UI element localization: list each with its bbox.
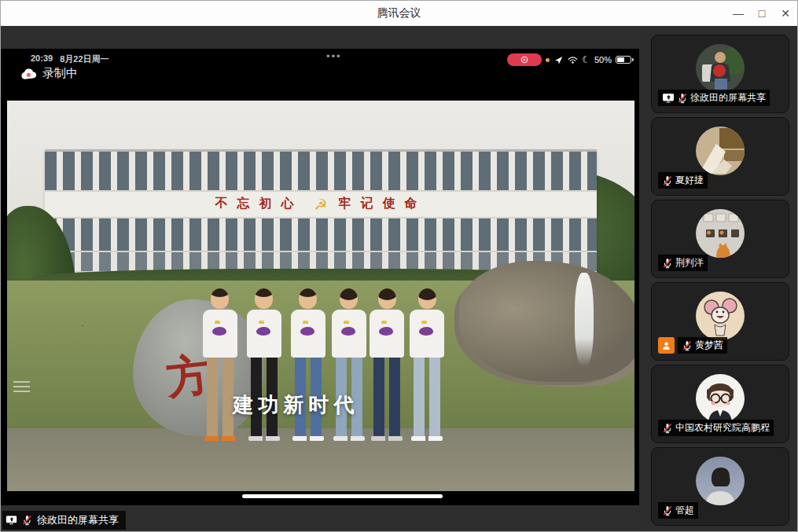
meeting-window: 腾讯会议 — □ ✕ 20:39 8月22日周一 录制中 ••• (0, 0, 798, 532)
window-title: 腾讯会议 (1, 6, 797, 20)
phone-status-left: 20:39 8月22日周一 (31, 53, 109, 65)
list-watermark-icon (13, 378, 30, 392)
participant-tile[interactable]: 徐政田的屏幕共享 (651, 35, 789, 113)
avatar (696, 127, 745, 175)
do-not-disturb-moon-icon: ☾ (582, 55, 590, 64)
shared-photo: 不忘初心 ☭ 牢记使命 方 (7, 101, 634, 491)
participant-name: 黄梦茜 (695, 339, 723, 352)
participant-tile[interactable]: 中国农村研究院高鹏程 (651, 365, 789, 443)
avatar (696, 374, 745, 423)
building-banner: 不忘初心 ☭ 牢记使命 (45, 192, 597, 218)
phone-date: 8月22日周一 (60, 53, 108, 65)
share-source-label: 徐政田的屏幕共享 (2, 511, 126, 530)
banner-text-right: 牢记使命 (339, 196, 427, 212)
participant-name: 徐政田的屏幕共享 (690, 91, 766, 105)
person-figure (366, 288, 407, 449)
phone-status-right: ☾ 50% (507, 53, 634, 67)
battery-icon (616, 56, 631, 64)
participant-name: 夏好捷 (675, 174, 704, 187)
host-badge (658, 337, 675, 354)
participant-tile[interactable]: 荆判洋 (651, 200, 789, 278)
screen-share-icon (662, 93, 675, 104)
building-windows-row (45, 152, 597, 192)
more-dots-icon: ••• (326, 50, 342, 62)
person-figure (244, 288, 285, 449)
participant-name: 管超 (675, 504, 694, 517)
banner-text-left: 不忘初心 (215, 196, 303, 212)
meeting-content: 20:39 8月22日周一 录制中 ••• ☾ 50% (1, 26, 797, 531)
battery-percent: 50% (594, 55, 612, 64)
photo-caption: 建功新时代 (233, 391, 359, 419)
person-figure (200, 288, 241, 449)
mic-muted-icon (662, 505, 673, 516)
mic-muted-icon (662, 175, 673, 186)
mic-muted-icon (677, 93, 688, 104)
screen-share-icon (6, 515, 17, 526)
mic-muted-icon (662, 258, 673, 269)
mic-muted-icon (21, 515, 33, 526)
participant-tile[interactable]: 黄梦茜 (651, 282, 789, 361)
shared-screen-stage[interactable]: 20:39 8月22日周一 录制中 ••• ☾ 50% (1, 26, 639, 531)
participants-sidebar: 徐政田的屏幕共享 夏好捷 (639, 26, 797, 531)
wifi-icon (568, 55, 578, 65)
avatar (696, 44, 745, 93)
recording-label: 录制中 (42, 66, 78, 81)
home-indicator-bar (242, 494, 443, 498)
waterfall (575, 273, 594, 366)
shared-phone-screen: 20:39 8月22日周一 录制中 ••• ☾ 50% (1, 49, 639, 505)
title-bar: 腾讯会议 — □ ✕ (1, 1, 797, 26)
avatar (696, 292, 745, 340)
person-icon (661, 340, 671, 350)
building-windows-row (45, 218, 597, 252)
phone-time: 20:39 (31, 53, 53, 65)
participant-tile[interactable]: 管超 (651, 447, 789, 526)
share-source-name: 徐政田的屏幕共享 (37, 513, 119, 527)
location-arrow-icon (553, 55, 564, 65)
orange-privacy-dot (546, 58, 550, 62)
avatar (696, 457, 745, 505)
participant-name: 中国农村研究院高鹏程 (675, 421, 770, 435)
participant-tile[interactable]: 夏好捷 (651, 117, 789, 196)
recording-indicator: 录制中 (20, 66, 78, 81)
party-emblem-icon: ☭ (314, 196, 327, 213)
rockery (459, 261, 634, 382)
person-figure (406, 288, 447, 449)
mic-muted-icon (662, 423, 673, 434)
record-icon (520, 55, 529, 64)
person-figure (288, 288, 329, 449)
avatar (696, 209, 745, 258)
participant-name: 荆判洋 (675, 256, 704, 270)
person-figure (329, 288, 370, 449)
cloud-recording-icon (20, 68, 37, 80)
building: 不忘初心 ☭ 牢记使命 (45, 149, 597, 273)
screen-record-pill (507, 53, 542, 66)
mic-muted-icon (682, 340, 693, 351)
